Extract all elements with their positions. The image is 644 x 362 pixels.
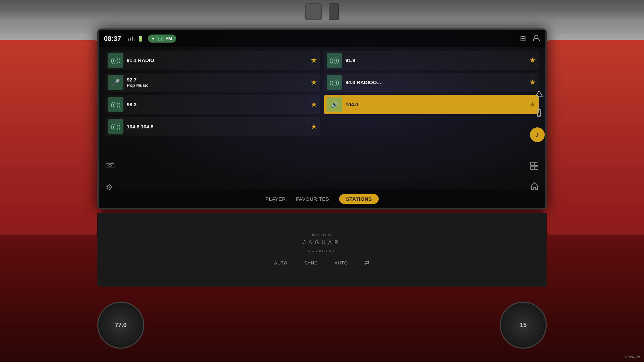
speaker-icon-1040: 🔊 (331, 101, 338, 108)
radio-waves-icon: ((·)) (156, 36, 163, 41)
home-button[interactable] (530, 182, 538, 192)
svg-rect-4 (535, 162, 538, 166)
station-icon-box-983: ((·)) (108, 97, 123, 112)
jaguar-name: JAGUAR (303, 240, 341, 246)
wifi-icon-919: ((·)) (330, 57, 339, 64)
svg-rect-5 (531, 166, 534, 170)
profile-icon[interactable] (533, 34, 540, 43)
jaguar-city: COVENTRY (308, 249, 336, 252)
nav-up-button[interactable] (535, 90, 543, 99)
signal-bar-2 (130, 38, 131, 41)
source-button[interactable]: ▾ ((·)) FM (148, 35, 176, 43)
wifi-icon-1048: ((·)) (111, 123, 121, 130)
station-name-983: 98.3 (127, 102, 307, 108)
fm-label: FM (165, 36, 172, 41)
svg-point-9 (539, 115, 540, 116)
station-item-919[interactable]: ((·)) 91.9 ★ (324, 51, 539, 70)
watermark-text: carwale (625, 355, 640, 359)
mic-icon-927: 🎤 (112, 78, 120, 86)
station-name-1040: 104.0 (345, 102, 526, 108)
climate-sync-label: SYNC (304, 260, 318, 265)
signal-bar-3 (132, 37, 133, 41)
vent-center-right (329, 3, 339, 20)
climate-sync-icon: ⇄ (365, 259, 370, 266)
vent-center-left (305, 3, 322, 20)
tab-player[interactable]: PLAYER (265, 196, 286, 202)
jaguar-est: EST. 1935 (312, 233, 332, 236)
stations-left-column: ((·)) 91.1 RADIO ★ 🎤 92.7 Pop Music ★ (105, 51, 320, 186)
grid-menu-icon[interactable]: ⊞ (520, 34, 526, 43)
star-btn-1048[interactable]: ★ (311, 122, 317, 131)
station-item-983[interactable]: ((·)) 98.3 ★ (105, 95, 320, 114)
main-content-area: ((·)) 91.1 RADIO ★ 🎤 92.7 Pop Music ★ (99, 47, 545, 189)
station-icon-box-1040: 🔊 (327, 97, 342, 112)
watermark: carwale (625, 355, 640, 359)
leather-seat-right (543, 40, 644, 235)
station-icon-box-919: ((·)) (327, 53, 342, 68)
screen-content: 08:37 🔋 ▾ ((·)) FM ⊞ (99, 30, 545, 208)
battery-icon: 🔋 (137, 36, 144, 42)
signal-bar-4 (134, 39, 135, 41)
music-note-icon: ♪ (536, 130, 539, 139)
star-btn-927[interactable]: ★ (311, 78, 317, 87)
dial-right[interactable]: 15 (500, 302, 547, 349)
station-name-1048: 104.8 104.8 (127, 124, 307, 130)
wifi-icon-983: ((·)) (111, 101, 121, 108)
phone-button[interactable] (535, 109, 543, 118)
tab-favourites[interactable]: FAVOURITES (296, 196, 329, 202)
time-display: 08:37 (104, 35, 121, 43)
wifi-icon-911: ((·)) (111, 57, 121, 64)
svg-marker-7 (536, 91, 542, 96)
now-playing-button[interactable]: ♪ (530, 127, 545, 142)
wifi-icon-943: ((·)) (330, 79, 339, 86)
signal-bar-1 (128, 39, 129, 41)
leather-seat-left (0, 40, 101, 235)
station-icon-box-1048: ((·)) (108, 119, 123, 134)
bottom-tabs: PLAYER FAVOURITES STATIONS (99, 189, 545, 208)
infotainment-screen: 08:37 🔋 ▾ ((·)) FM ⊞ (97, 28, 547, 209)
climate-right-label: AUTO (335, 260, 348, 265)
bottom-section: EST. 1935 JAGUAR COVENTRY AUTO SYNC AUTO… (97, 213, 547, 287)
station-item-1040[interactable]: 🔊 104.0 ★ (324, 95, 539, 114)
station-icon-box-927: 🎤 (108, 75, 123, 90)
climate-left-label: AUTO (274, 260, 288, 265)
tab-stations[interactable]: STATIONS (339, 194, 379, 204)
station-item-911[interactable]: ((·)) 91.1 RADIO ★ (105, 51, 320, 70)
svg-point-2 (109, 164, 111, 167)
grid-view-button[interactable] (530, 162, 538, 172)
star-btn-983[interactable]: ★ (311, 100, 317, 109)
star-btn-1040[interactable]: ★ (529, 100, 536, 109)
station-name-943: 94.3 RADIOO... (345, 79, 526, 85)
svg-rect-3 (531, 162, 534, 166)
svg-rect-6 (535, 166, 538, 170)
station-name-927: 92.7 Pop Music (127, 77, 307, 88)
header-right-controls: ⊞ (520, 34, 540, 43)
dial-left[interactable]: 77.0 (97, 302, 144, 349)
station-item-927[interactable]: 🎤 92.7 Pop Music ★ (105, 73, 320, 92)
climate-controls: AUTO SYNC AUTO ⇄ (274, 259, 370, 266)
star-btn-919[interactable]: ★ (529, 56, 536, 65)
top-vent-area (305, 3, 339, 20)
station-icon-box-911: ((·)) (108, 53, 123, 68)
station-item-943[interactable]: ((·)) 94.3 RADIOO... ★ (324, 73, 539, 92)
station-freq-927: 92.7 (127, 77, 307, 83)
star-btn-943[interactable]: ★ (529, 78, 536, 87)
station-subname-927: Pop Music (127, 83, 307, 88)
dropdown-arrow-icon: ▾ (152, 36, 154, 41)
station-icon-box-943: ((·)) (327, 75, 342, 90)
settings-button[interactable]: ⚙ (106, 183, 113, 192)
station-name-919: 91.9 (345, 57, 526, 63)
station-name-911: 91.1 RADIO (127, 57, 307, 63)
header-bar: 08:37 🔋 ▾ ((·)) FM ⊞ (99, 30, 545, 47)
signal-indicator (128, 37, 135, 41)
star-btn-911[interactable]: ★ (311, 56, 317, 65)
stations-right-column: ((·)) 91.9 ★ ((·)) 94.3 RADIOO... ★ (324, 51, 539, 186)
station-item-1048[interactable]: ((·)) 104.8 104.8 ★ (105, 117, 320, 136)
camera-button[interactable] (106, 162, 114, 171)
